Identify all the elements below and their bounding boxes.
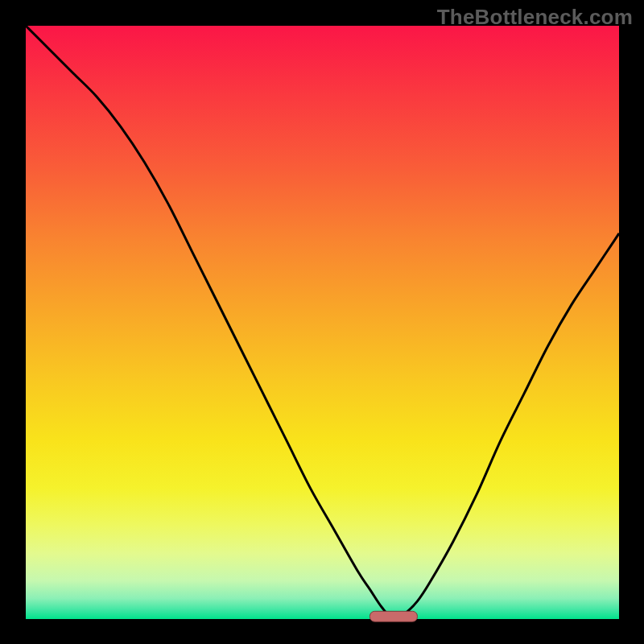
bottleneck-chart xyxy=(0,0,644,644)
plot-background xyxy=(26,26,619,619)
chart-frame: TheBottleneck.com xyxy=(0,0,644,644)
optimum-marker xyxy=(369,611,417,621)
watermark-text: TheBottleneck.com xyxy=(437,5,633,30)
